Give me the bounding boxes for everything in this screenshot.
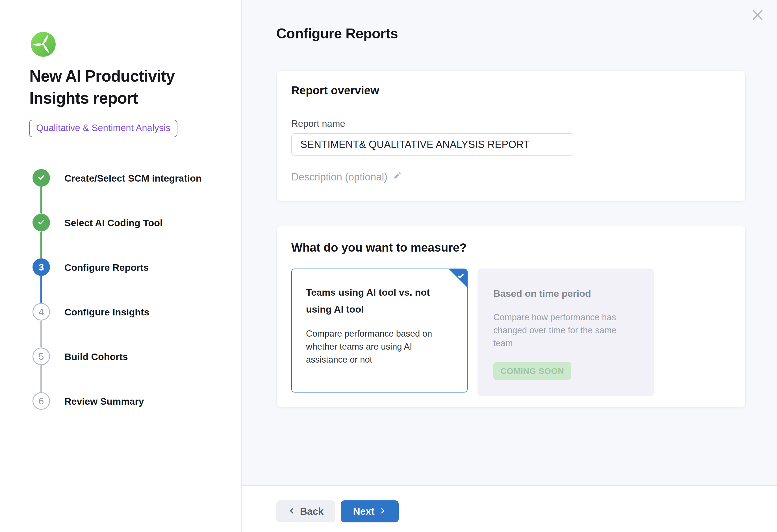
configure-reports-panel: Configure Reports Report overview Report…	[242, 0, 777, 532]
step-5-label: Build Cohorts	[65, 351, 128, 362]
step-1-label: Create/Select SCM integration	[65, 172, 202, 184]
step-5-indicator: 5	[32, 348, 50, 365]
option-description: Compare performance based on whether tea…	[306, 327, 453, 366]
close-button[interactable]	[750, 7, 766, 23]
back-button-label: Back	[300, 506, 324, 517]
description-label: Description (optional)	[291, 171, 387, 183]
step-connector	[40, 276, 42, 303]
back-button[interactable]: Back	[276, 500, 335, 522]
check-icon	[37, 218, 46, 228]
wizard-sidebar: New AI Productivity Insights report Qual…	[0, 0, 242, 532]
check-icon	[457, 272, 465, 281]
pencil-icon	[393, 171, 402, 183]
step-2-label: Select AI Coding Tool	[65, 217, 163, 229]
step-6-indicator: 6	[32, 392, 50, 410]
step-3-indicator: 3	[32, 258, 50, 276]
chevron-right-icon	[378, 506, 386, 517]
step-4-indicator: 4	[32, 303, 50, 320]
step-5-number: 5	[39, 351, 44, 362]
step-connector	[40, 320, 42, 348]
measure-heading: What do you want to measure?	[291, 241, 731, 254]
page-title: Configure Reports	[276, 25, 398, 42]
step-6-label: Review Summary	[65, 396, 144, 407]
next-button-label: Next	[353, 506, 375, 517]
next-button[interactable]: Next	[341, 500, 399, 522]
description-edit[interactable]: Description (optional)	[291, 171, 402, 183]
step-connector	[40, 187, 42, 214]
propeller-logo-icon	[30, 32, 56, 57]
option-title: Based on time period	[493, 285, 638, 302]
report-name-label: Report name	[291, 118, 731, 129]
report-name-input[interactable]	[291, 133, 573, 156]
step-connector	[40, 365, 42, 392]
measure-options: Teams using AI tool vs. not using AI too…	[291, 269, 731, 396]
option-description: Compare how performance has changed over…	[493, 311, 638, 350]
report-type-badge: Qualitative & Sentiment Analysis	[29, 120, 178, 137]
report-overview-heading: Report overview	[291, 84, 731, 97]
step-1-indicator	[32, 169, 50, 187]
app-window: New AI Productivity Insights report Qual…	[0, 0, 777, 532]
step-connector	[40, 231, 42, 258]
step-4-label: Configure Insights	[65, 306, 149, 318]
step-2-indicator	[32, 214, 50, 231]
wizard-stepper: Create/Select SCM integration Select AI …	[32, 169, 233, 415]
wizard-footer: Back Next	[242, 485, 777, 532]
close-icon	[751, 8, 765, 23]
option-teams-vs-not[interactable]: Teams using AI tool vs. not using AI too…	[291, 269, 468, 393]
step-3-number: 3	[39, 262, 44, 273]
check-icon	[37, 173, 46, 183]
measure-card: What do you want to measure? Teams using…	[276, 226, 746, 407]
coming-soon-badge: COMING SOON	[493, 362, 571, 380]
wizard-title: New AI Productivity Insights report	[29, 65, 210, 109]
step-3-label: Configure Reports	[65, 262, 149, 273]
option-title: Teams using AI tool vs. not using AI too…	[306, 284, 453, 318]
step-6-number: 6	[39, 396, 44, 407]
chevron-left-icon	[288, 506, 296, 517]
option-time-period[interactable]: Based on time period Compare how perform…	[477, 269, 654, 396]
report-overview-card: Report overview Report name Description …	[276, 70, 746, 202]
step-4-number: 4	[39, 306, 44, 317]
